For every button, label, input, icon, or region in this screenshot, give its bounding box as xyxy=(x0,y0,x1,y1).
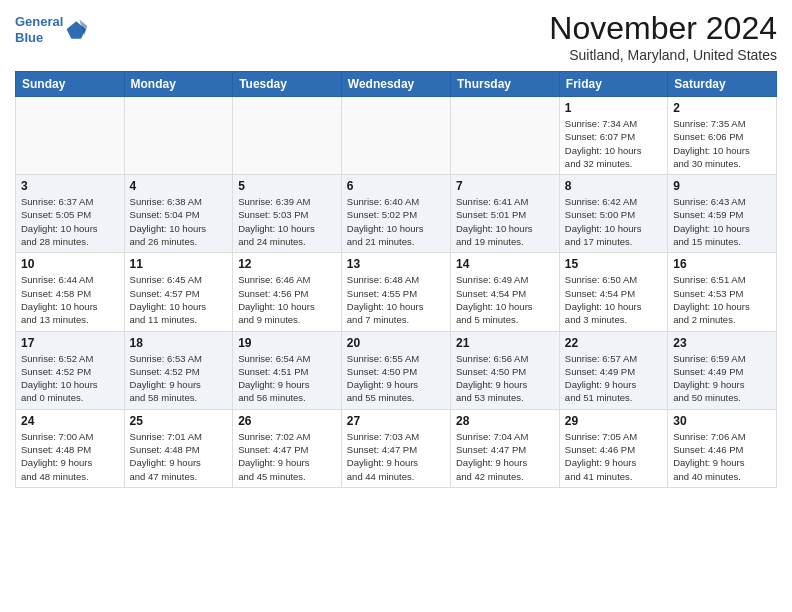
table-cell: 23Sunrise: 6:59 AM Sunset: 4:49 PM Dayli… xyxy=(668,331,777,409)
day-number: 10 xyxy=(21,257,119,271)
header-tuesday: Tuesday xyxy=(233,72,342,97)
table-cell: 1Sunrise: 7:34 AM Sunset: 6:07 PM Daylig… xyxy=(559,97,667,175)
table-cell: 9Sunrise: 6:43 AM Sunset: 4:59 PM Daylig… xyxy=(668,175,777,253)
day-info: Sunrise: 6:40 AM Sunset: 5:02 PM Dayligh… xyxy=(347,195,445,248)
table-cell: 26Sunrise: 7:02 AM Sunset: 4:47 PM Dayli… xyxy=(233,409,342,487)
week-row-1: 1Sunrise: 7:34 AM Sunset: 6:07 PM Daylig… xyxy=(16,97,777,175)
table-cell: 10Sunrise: 6:44 AM Sunset: 4:58 PM Dayli… xyxy=(16,253,125,331)
day-info: Sunrise: 6:59 AM Sunset: 4:49 PM Dayligh… xyxy=(673,352,771,405)
day-number: 1 xyxy=(565,101,662,115)
day-number: 3 xyxy=(21,179,119,193)
table-cell: 8Sunrise: 6:42 AM Sunset: 5:00 PM Daylig… xyxy=(559,175,667,253)
table-cell: 15Sunrise: 6:50 AM Sunset: 4:54 PM Dayli… xyxy=(559,253,667,331)
day-info: Sunrise: 7:06 AM Sunset: 4:46 PM Dayligh… xyxy=(673,430,771,483)
table-cell: 5Sunrise: 6:39 AM Sunset: 5:03 PM Daylig… xyxy=(233,175,342,253)
day-info: Sunrise: 7:05 AM Sunset: 4:46 PM Dayligh… xyxy=(565,430,662,483)
day-info: Sunrise: 6:49 AM Sunset: 4:54 PM Dayligh… xyxy=(456,273,554,326)
day-number: 12 xyxy=(238,257,336,271)
day-info: Sunrise: 6:53 AM Sunset: 4:52 PM Dayligh… xyxy=(130,352,228,405)
day-number: 5 xyxy=(238,179,336,193)
month-title: November 2024 xyxy=(549,10,777,47)
table-cell xyxy=(341,97,450,175)
day-info: Sunrise: 7:00 AM Sunset: 4:48 PM Dayligh… xyxy=(21,430,119,483)
day-number: 29 xyxy=(565,414,662,428)
week-row-3: 10Sunrise: 6:44 AM Sunset: 4:58 PM Dayli… xyxy=(16,253,777,331)
header-friday: Friday xyxy=(559,72,667,97)
table-cell: 3Sunrise: 6:37 AM Sunset: 5:05 PM Daylig… xyxy=(16,175,125,253)
table-cell xyxy=(233,97,342,175)
calendar-header-row: Sunday Monday Tuesday Wednesday Thursday… xyxy=(16,72,777,97)
logo-text: General Blue xyxy=(15,14,63,45)
week-row-4: 17Sunrise: 6:52 AM Sunset: 4:52 PM Dayli… xyxy=(16,331,777,409)
table-cell: 4Sunrise: 6:38 AM Sunset: 5:04 PM Daylig… xyxy=(124,175,233,253)
day-number: 13 xyxy=(347,257,445,271)
day-number: 18 xyxy=(130,336,228,350)
logo: General Blue xyxy=(15,10,89,45)
day-number: 28 xyxy=(456,414,554,428)
day-info: Sunrise: 6:37 AM Sunset: 5:05 PM Dayligh… xyxy=(21,195,119,248)
header: General Blue November 2024 Suitland, Mar… xyxy=(15,10,777,63)
day-number: 20 xyxy=(347,336,445,350)
day-number: 30 xyxy=(673,414,771,428)
table-cell: 13Sunrise: 6:48 AM Sunset: 4:55 PM Dayli… xyxy=(341,253,450,331)
table-cell: 6Sunrise: 6:40 AM Sunset: 5:02 PM Daylig… xyxy=(341,175,450,253)
day-info: Sunrise: 6:42 AM Sunset: 5:00 PM Dayligh… xyxy=(565,195,662,248)
table-cell: 7Sunrise: 6:41 AM Sunset: 5:01 PM Daylig… xyxy=(451,175,560,253)
day-number: 2 xyxy=(673,101,771,115)
day-info: Sunrise: 6:39 AM Sunset: 5:03 PM Dayligh… xyxy=(238,195,336,248)
day-number: 4 xyxy=(130,179,228,193)
day-info: Sunrise: 7:01 AM Sunset: 4:48 PM Dayligh… xyxy=(130,430,228,483)
day-number: 8 xyxy=(565,179,662,193)
day-info: Sunrise: 6:51 AM Sunset: 4:53 PM Dayligh… xyxy=(673,273,771,326)
day-number: 7 xyxy=(456,179,554,193)
calendar: Sunday Monday Tuesday Wednesday Thursday… xyxy=(15,71,777,488)
day-info: Sunrise: 7:04 AM Sunset: 4:47 PM Dayligh… xyxy=(456,430,554,483)
day-info: Sunrise: 7:03 AM Sunset: 4:47 PM Dayligh… xyxy=(347,430,445,483)
table-cell: 29Sunrise: 7:05 AM Sunset: 4:46 PM Dayli… xyxy=(559,409,667,487)
table-cell: 24Sunrise: 7:00 AM Sunset: 4:48 PM Dayli… xyxy=(16,409,125,487)
table-cell: 21Sunrise: 6:56 AM Sunset: 4:50 PM Dayli… xyxy=(451,331,560,409)
day-number: 21 xyxy=(456,336,554,350)
day-info: Sunrise: 7:02 AM Sunset: 4:47 PM Dayligh… xyxy=(238,430,336,483)
table-cell xyxy=(124,97,233,175)
day-info: Sunrise: 7:35 AM Sunset: 6:06 PM Dayligh… xyxy=(673,117,771,170)
table-cell: 12Sunrise: 6:46 AM Sunset: 4:56 PM Dayli… xyxy=(233,253,342,331)
table-cell: 17Sunrise: 6:52 AM Sunset: 4:52 PM Dayli… xyxy=(16,331,125,409)
header-wednesday: Wednesday xyxy=(341,72,450,97)
day-info: Sunrise: 7:34 AM Sunset: 6:07 PM Dayligh… xyxy=(565,117,662,170)
day-info: Sunrise: 6:55 AM Sunset: 4:50 PM Dayligh… xyxy=(347,352,445,405)
table-cell: 2Sunrise: 7:35 AM Sunset: 6:06 PM Daylig… xyxy=(668,97,777,175)
table-cell: 28Sunrise: 7:04 AM Sunset: 4:47 PM Dayli… xyxy=(451,409,560,487)
table-cell: 16Sunrise: 6:51 AM Sunset: 4:53 PM Dayli… xyxy=(668,253,777,331)
table-cell: 20Sunrise: 6:55 AM Sunset: 4:50 PM Dayli… xyxy=(341,331,450,409)
header-thursday: Thursday xyxy=(451,72,560,97)
day-info: Sunrise: 6:56 AM Sunset: 4:50 PM Dayligh… xyxy=(456,352,554,405)
day-number: 6 xyxy=(347,179,445,193)
table-cell: 14Sunrise: 6:49 AM Sunset: 4:54 PM Dayli… xyxy=(451,253,560,331)
header-saturday: Saturday xyxy=(668,72,777,97)
day-info: Sunrise: 6:54 AM Sunset: 4:51 PM Dayligh… xyxy=(238,352,336,405)
table-cell: 11Sunrise: 6:45 AM Sunset: 4:57 PM Dayli… xyxy=(124,253,233,331)
day-info: Sunrise: 6:48 AM Sunset: 4:55 PM Dayligh… xyxy=(347,273,445,326)
day-info: Sunrise: 6:50 AM Sunset: 4:54 PM Dayligh… xyxy=(565,273,662,326)
table-cell xyxy=(451,97,560,175)
logo-icon xyxy=(65,18,89,42)
week-row-5: 24Sunrise: 7:00 AM Sunset: 4:48 PM Dayli… xyxy=(16,409,777,487)
page: General Blue November 2024 Suitland, Mar… xyxy=(0,0,792,503)
day-info: Sunrise: 6:41 AM Sunset: 5:01 PM Dayligh… xyxy=(456,195,554,248)
week-row-2: 3Sunrise: 6:37 AM Sunset: 5:05 PM Daylig… xyxy=(16,175,777,253)
day-number: 19 xyxy=(238,336,336,350)
day-number: 27 xyxy=(347,414,445,428)
table-cell: 22Sunrise: 6:57 AM Sunset: 4:49 PM Dayli… xyxy=(559,331,667,409)
day-number: 25 xyxy=(130,414,228,428)
day-info: Sunrise: 6:57 AM Sunset: 4:49 PM Dayligh… xyxy=(565,352,662,405)
day-number: 14 xyxy=(456,257,554,271)
day-info: Sunrise: 6:38 AM Sunset: 5:04 PM Dayligh… xyxy=(130,195,228,248)
header-sunday: Sunday xyxy=(16,72,125,97)
table-cell: 25Sunrise: 7:01 AM Sunset: 4:48 PM Dayli… xyxy=(124,409,233,487)
day-number: 11 xyxy=(130,257,228,271)
location: Suitland, Maryland, United States xyxy=(549,47,777,63)
day-info: Sunrise: 6:44 AM Sunset: 4:58 PM Dayligh… xyxy=(21,273,119,326)
table-cell: 19Sunrise: 6:54 AM Sunset: 4:51 PM Dayli… xyxy=(233,331,342,409)
day-info: Sunrise: 6:45 AM Sunset: 4:57 PM Dayligh… xyxy=(130,273,228,326)
